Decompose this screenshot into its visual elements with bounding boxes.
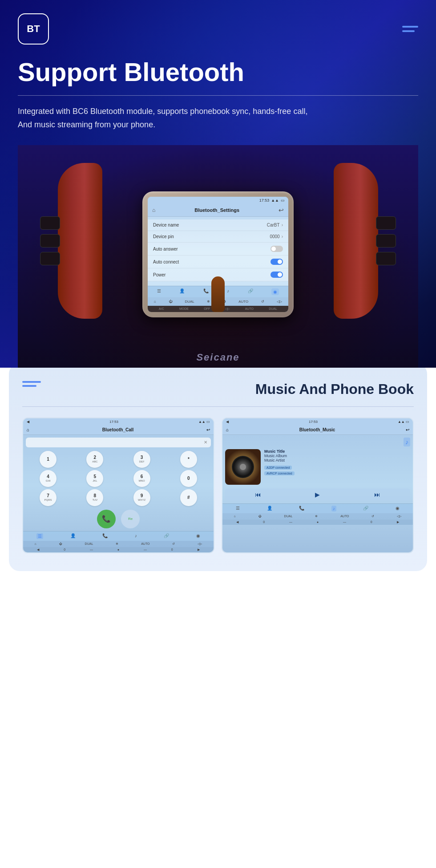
music-ctrl-fan[interactable]: ❄ [314, 514, 319, 519]
music-back-icon[interactable]: ↩ [406, 427, 409, 432]
call-back-icon[interactable]: ↩ [206, 427, 210, 432]
hero-section: BT Support Bluetooth Integrated with BC6… [0, 0, 436, 368]
bt-auto-connect-row: Auto connect [148, 256, 288, 268]
music-screen-card: ◀ 17:53 ▲▲ ▭ ⌂ Bluetooth_Music ↩ ♪ [222, 418, 414, 553]
music-back-arrow[interactable]: ◀ [226, 420, 229, 424]
music-nav-camera[interactable]: ◉ [396, 506, 400, 511]
dialer-actions: 📞 Re [26, 510, 211, 528]
bt-home-button[interactable]: ⌂ [152, 207, 155, 213]
call-nav-grid[interactable]: ☰ [36, 533, 43, 539]
red-wood-trim-left [58, 163, 102, 319]
hero-top-bar: BT [18, 13, 418, 45]
nav-music-icon[interactable]: ♪ [227, 288, 229, 295]
left-btn-2 [40, 234, 60, 247]
ctrl-rotate[interactable]: ↺ [260, 299, 266, 304]
play-pause-button[interactable]: ▶ [315, 491, 320, 498]
nav-home-icon[interactable]: ☰ [157, 288, 161, 295]
call-nav-link[interactable]: 🔗 [164, 533, 169, 539]
call-screen-body: ✕ 1 2ABC 3DEF * [23, 435, 214, 531]
device-pin-value: 0000 › [270, 234, 283, 239]
next-track-button[interactable]: ⏭ [374, 491, 380, 498]
bt-back-button[interactable]: ↩ [279, 207, 284, 214]
music-note-icon[interactable]: ♪ [404, 438, 410, 446]
dial-5[interactable]: 5JKL [86, 470, 103, 487]
music-ctrl-power[interactable]: ⏻ [258, 514, 262, 519]
auto-connect-toggle[interactable] [270, 259, 283, 265]
call-nav-camera[interactable]: ◉ [196, 533, 200, 539]
dial-7[interactable]: 7PQRS [40, 489, 57, 506]
call-ctrl-power[interactable]: ⏻ [58, 542, 63, 546]
bottom-header: Music And Phone Book [22, 381, 414, 397]
music-ctrl-home[interactable]: ⌂ [233, 514, 236, 519]
nav-phone-icon[interactable]: 📞 [203, 288, 209, 295]
dial-8[interactable]: 8TUV [86, 489, 103, 506]
call-screen-header: ⌂ Bluetooth_Call ↩ [23, 425, 214, 435]
ctrl-power[interactable]: ⏻ [167, 299, 174, 304]
call-button[interactable]: 📞 [97, 510, 116, 528]
call-ctrl-dual[interactable]: DUAL [84, 542, 94, 546]
dialer-input[interactable]: ✕ [26, 438, 211, 447]
car-display: 17:53 ▲▲ ▭ ⌂ Bluetooth_Settings ↩ [18, 145, 418, 368]
nav-link-icon[interactable]: 🔗 [248, 288, 253, 295]
red-wood-trim-right [334, 163, 378, 319]
music-controls: ⏮ ▶ ⏭ [225, 488, 410, 501]
dial-hash[interactable]: # [180, 489, 197, 506]
music-home-icon[interactable]: ⌂ [226, 427, 229, 432]
auto-answer-toggle[interactable] [270, 246, 283, 252]
call-ctrl-rotate[interactable]: ↺ [171, 542, 176, 546]
call-nav-person[interactable]: 👤 [70, 533, 76, 539]
dial-2[interactable]: 2ABC [86, 451, 103, 468]
ctrl-home[interactable]: ⌂ [153, 299, 157, 304]
dial-1[interactable]: 1 [40, 451, 57, 468]
call-status-icons: ▲▲ ▭ [198, 420, 210, 424]
music-nav-grid[interactable]: ☰ [236, 506, 240, 511]
music-nav-person[interactable]: 👤 [267, 506, 272, 511]
music-nav-link[interactable]: 🔗 [363, 506, 368, 511]
music-nav-phone[interactable]: 📞 [299, 506, 304, 511]
call-back-arrow[interactable]: ◀ [27, 420, 29, 424]
bt-statusbar: 17:53 ▲▲ ▭ [148, 197, 288, 204]
music-screen-body: ♪ Music Title Music Album Music Artist [222, 435, 413, 503]
call-status-time: 17:53 [109, 420, 118, 424]
redial-button[interactable]: Re [121, 510, 140, 528]
call-screen-card: ◀ 17:53 ▲▲ ▭ ⌂ Bluetooth_Call ↩ ✕ 1 [22, 418, 214, 553]
dial-6[interactable]: 6MNO [133, 470, 150, 487]
bottom-menu-icon[interactable] [22, 381, 41, 387]
music-ctrl-vol[interactable]: ◁▷ [396, 514, 402, 519]
call-ctrl-vol[interactable]: ◁▷ [197, 542, 203, 546]
music-nav-music[interactable]: ♪ [331, 506, 336, 511]
call-nav-phone[interactable]: 📞 [102, 533, 108, 539]
call-nav-music[interactable]: ♪ [135, 533, 137, 539]
music-ctrl-rotate[interactable]: ↺ [371, 514, 375, 519]
dial-star[interactable]: * [180, 451, 197, 468]
vinyl-center [240, 464, 246, 470]
ctrl-vol[interactable]: ◁▷ [275, 299, 283, 304]
call-ctrl-fan[interactable]: ❄ [115, 542, 119, 546]
status-time: 17:53 [259, 198, 270, 203]
music-content: Music Title Music Album Music Artist A2D… [225, 449, 410, 485]
clear-icon[interactable]: ✕ [204, 440, 207, 445]
bottom-divider [22, 406, 414, 407]
call-home-icon[interactable]: ⌂ [27, 427, 29, 432]
call-ctrl-home[interactable]: ⌂ [33, 542, 37, 546]
hamburger-menu-button[interactable] [402, 26, 418, 32]
call-bottom-controls: ⌂ ⏻ DUAL ❄ AUTO ↺ ◁▷ [23, 541, 214, 547]
nav-camera-icon[interactable]: ◉ [271, 288, 279, 295]
ctrl-dual[interactable]: DUAL [183, 299, 195, 304]
left-buttons [40, 216, 60, 265]
dial-9[interactable]: 9WXYZ [133, 489, 150, 506]
prev-track-button[interactable]: ⏮ [255, 491, 261, 498]
dial-0[interactable]: 0 [180, 470, 197, 487]
music-ctrl-dual[interactable]: DUAL [283, 514, 294, 519]
bt-device-pin-row: Device pin 0000 › [148, 231, 288, 243]
album-art-inner [225, 449, 261, 485]
power-toggle[interactable] [270, 272, 283, 278]
call-ctrl-auto[interactable]: AUTO [140, 542, 150, 546]
nav-contacts-icon[interactable]: 👤 [179, 288, 185, 295]
ctrl-fan[interactable]: ❄ [206, 299, 211, 304]
dial-3[interactable]: 3DEF [133, 451, 150, 468]
right-btn-1 [376, 216, 396, 230]
ctrl-auto[interactable]: AUTO [237, 299, 250, 304]
dial-4[interactable]: 4GHI [40, 470, 57, 487]
music-ctrl-auto[interactable]: AUTO [339, 514, 350, 519]
